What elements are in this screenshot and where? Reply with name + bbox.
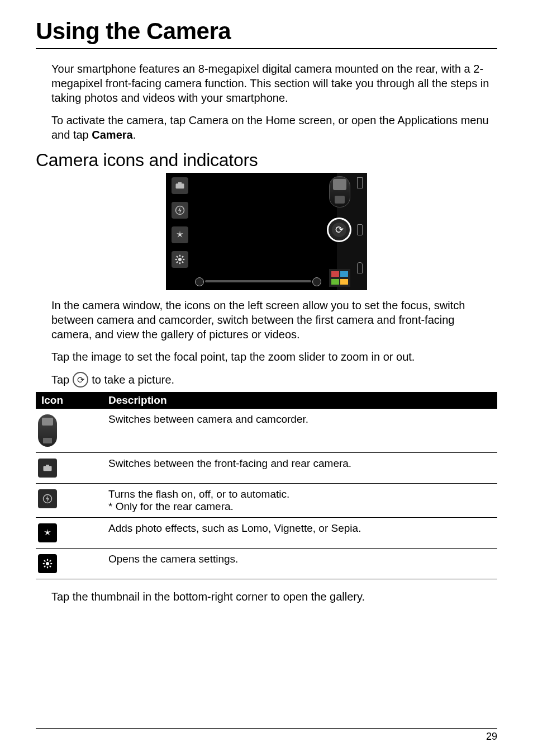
svg-point-15 <box>46 562 49 565</box>
settings-icon[interactable] <box>172 251 188 268</box>
svg-rect-0 <box>176 183 184 188</box>
flash-icon <box>38 489 57 508</box>
page-title: Using the Camera <box>36 18 497 45</box>
gallery-thumbnail-icon[interactable] <box>329 269 350 287</box>
effects-icon[interactable] <box>172 226 188 243</box>
subheading-camera-icons: Camera icons and indicators <box>36 150 497 171</box>
settings-icon <box>38 554 57 573</box>
svg-rect-1 <box>178 182 182 184</box>
svg-line-9 <box>182 262 183 263</box>
shutter-icon: ⟳ <box>73 372 88 388</box>
table-header-description: Description <box>103 392 497 409</box>
front-rear-camera-icon[interactable] <box>172 177 188 194</box>
camera-window-paragraph: In the camera window, the icons on the l… <box>51 298 497 342</box>
page-number: 29 <box>36 731 497 743</box>
svg-rect-12 <box>44 466 52 471</box>
take-picture-line: Tap ⟳ to take a picture. <box>51 372 497 388</box>
table-cell-desc: Turns the flash on, off, or to automatic… <box>103 484 497 518</box>
icon-description-table: Icon Description Switches between camera… <box>36 392 497 579</box>
activate-text-after: . <box>133 129 136 141</box>
nav-recent-icon <box>357 262 363 273</box>
nav-back-icon <box>357 177 363 188</box>
table-row: Adds photo effects, such as Lomo, Vignet… <box>36 518 497 549</box>
table-row: Turns the flash on, off, or to automatic… <box>36 484 497 518</box>
svg-line-11 <box>182 256 183 257</box>
table-row: Switches between the front-facing and re… <box>36 453 497 484</box>
table-cell-desc: Switches between camera and camcorder. <box>103 409 497 453</box>
svg-point-3 <box>178 258 182 261</box>
table-row: Opens the camera settings. <box>36 549 497 579</box>
table-cell-desc: Adds photo effects, such as Lomo, Vignet… <box>103 518 497 549</box>
camera-switch-icon[interactable] <box>329 176 350 207</box>
flash-icon[interactable] <box>172 202 188 219</box>
title-divider <box>36 48 497 49</box>
svg-line-23 <box>50 560 51 561</box>
table-cell-desc: Opens the camera settings. <box>103 549 497 579</box>
zoom-paragraph: Tap the image to set the focal point, ta… <box>51 349 497 364</box>
effects-icon <box>38 523 57 542</box>
table-row: Switches between camera and camcorder. <box>36 409 497 453</box>
shutter-button[interactable]: ⟳ <box>327 218 351 242</box>
camera-screenshot: ⟳ <box>36 173 497 290</box>
svg-line-21 <box>50 566 51 567</box>
zoom-slider[interactable] <box>205 280 311 282</box>
svg-line-10 <box>177 262 178 263</box>
take-picture-before: Tap <box>51 374 69 386</box>
svg-line-20 <box>44 560 45 561</box>
table-header-icon: Icon <box>36 392 103 409</box>
nav-home-icon <box>357 224 363 235</box>
camera-switch-icon <box>38 414 57 447</box>
activate-paragraph: To activate the camera, tap Camera on th… <box>51 113 497 142</box>
front-rear-camera-icon <box>38 459 57 478</box>
take-picture-after: to take a picture. <box>92 374 174 386</box>
gallery-paragraph: Tap the thumbnail in the bottom-right co… <box>51 589 497 604</box>
svg-line-22 <box>44 566 45 567</box>
footer-divider <box>36 728 497 729</box>
intro-paragraph: Your smartphone features an 8-megapixel … <box>51 62 497 105</box>
svg-rect-13 <box>46 465 49 466</box>
svg-line-8 <box>177 256 178 257</box>
table-cell-desc: Switches between the front-facing and re… <box>103 453 497 484</box>
activate-text-bold: Camera <box>92 129 132 141</box>
